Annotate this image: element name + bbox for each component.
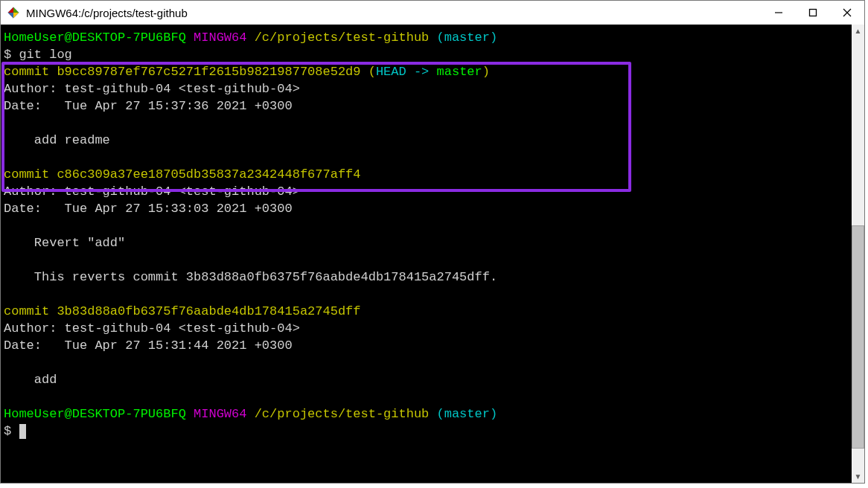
commit-hash: c86c309a37ee18705db35837a2342448f677aff4 [57,167,360,182]
window-title: MINGW64:/c/projects/test-github [26,7,762,19]
author-line: Author: test-github-04 <test-github-04> [4,82,300,96]
prompt-dollar: $ [4,48,11,62]
commit-hash: 3b83d88a0fb6375f76aabde4db178415a2745dff [57,304,360,318]
commit-message: add readme [4,133,110,147]
refs-head: HEAD -> [376,65,437,79]
terminal-wrap: HomeUser@DESKTOP-7PU6BFQ MINGW64 /c/proj… [1,25,864,483]
refs-open: ( [361,65,376,79]
terminal[interactable]: HomeUser@DESKTOP-7PU6BFQ MINGW64 /c/proj… [1,25,852,483]
date-line: Date: Tue Apr 27 15:31:44 2021 +0300 [4,338,293,353]
commit-message: Revert "add" [4,236,125,250]
close-button[interactable] [830,1,864,25]
commit-prefix: commit [4,167,57,182]
commit-hash: b9cc89787ef767c5271f2615b9821987708e52d9 [57,65,360,79]
scroll-thumb[interactable] [852,225,864,449]
commit-hash-line: commit c86c309a37ee18705db35837a2342448f… [4,167,361,182]
prompt-cwd: /c/projects/test-github [255,407,430,421]
commit-prefix: commit [4,65,57,79]
prompt-branch: (master) [437,30,498,45]
svg-rect-6 [810,10,817,16]
scroll-up-button[interactable]: ▲ [852,25,864,37]
prompt-userhost: HomeUser@DESKTOP-7PU6BFQ [4,30,186,45]
commit-message: add [4,373,57,387]
prompt-branch: (master) [437,407,498,421]
minimize-button[interactable] [762,1,796,25]
refs-close: ) [482,65,490,79]
prompt-cwd: /c/projects/test-github [255,30,430,45]
window-frame: MINGW64:/c/projects/test-github HomeUser… [0,0,865,484]
prompt-env: MINGW64 [194,407,246,421]
prompt-dollar: $ [4,424,11,438]
scrollbar[interactable]: ▲ ▼ [852,25,864,483]
app-icon [7,6,20,19]
prompt-userhost: HomeUser@DESKTOP-7PU6BFQ [4,407,186,421]
date-line: Date: Tue Apr 27 15:33:03 2021 +0300 [4,202,293,216]
scroll-down-button[interactable]: ▼ [852,470,864,483]
author-line: Author: test-github-04 <test-github-04> [4,184,300,199]
window-controls [762,1,864,25]
commit-hash-line: commit b9cc89787ef767c5271f2615b98219877… [4,65,490,79]
refs-branch: master [437,65,482,79]
maximize-button[interactable] [796,1,830,25]
prompt-env: MINGW64 [194,30,246,45]
date-line: Date: Tue Apr 27 15:37:36 2021 +0300 [4,99,293,113]
command-text: git log [19,48,71,62]
commit-prefix: commit [4,304,57,318]
author-line: Author: test-github-04 <test-github-04> [4,321,300,336]
text-cursor [19,424,26,439]
titlebar[interactable]: MINGW64:/c/projects/test-github [1,1,864,25]
commit-message-body: This reverts commit 3b83d88a0fb6375f76aa… [4,270,497,284]
commit-hash-line: commit 3b83d88a0fb6375f76aabde4db178415a… [4,304,361,318]
